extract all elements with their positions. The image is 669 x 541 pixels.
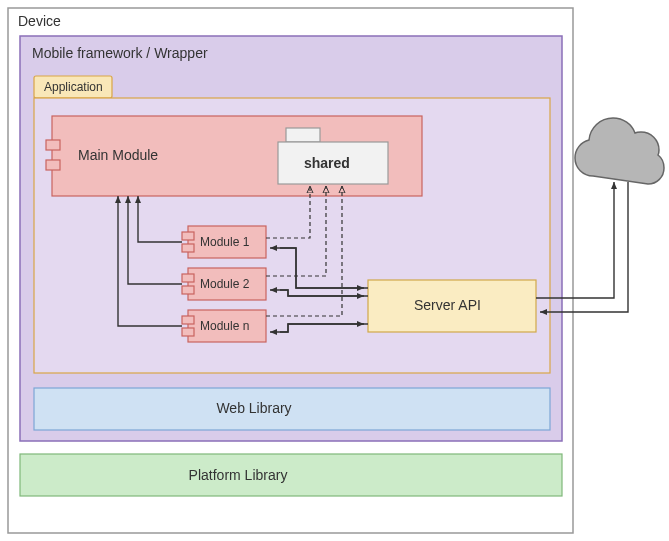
- architecture-diagram: Device Mobile framework / Wrapper Applic…: [0, 0, 669, 541]
- module-n-component: Module n: [182, 310, 266, 342]
- platform-library-box: [20, 454, 562, 496]
- svg-rect-7: [182, 244, 194, 252]
- svg-rect-2: [46, 160, 60, 170]
- svg-rect-3: [286, 128, 320, 142]
- svg-rect-13: [182, 328, 194, 336]
- module-2-component: Module 2: [182, 268, 266, 300]
- web-library-label: Web Library: [216, 400, 291, 416]
- module-1-label: Module 1: [200, 235, 250, 249]
- svg-rect-10: [182, 286, 194, 294]
- application-tab-label: Application: [44, 80, 103, 94]
- svg-rect-9: [182, 274, 194, 282]
- svg-rect-6: [182, 232, 194, 240]
- module-1-component: Module 1: [182, 226, 266, 258]
- cloud-icon: [575, 118, 664, 184]
- shared-label: shared: [304, 155, 350, 171]
- server-api-label: Server API: [414, 297, 481, 313]
- svg-rect-12: [182, 316, 194, 324]
- module-n-label: Module n: [200, 319, 249, 333]
- svg-rect-1: [46, 140, 60, 150]
- wrapper-label: Mobile framework / Wrapper: [32, 45, 208, 61]
- module-2-label: Module 2: [200, 277, 250, 291]
- main-module-label: Main Module: [78, 147, 158, 163]
- web-library-box: [34, 388, 550, 430]
- device-label: Device: [18, 13, 61, 29]
- platform-library-label: Platform Library: [189, 467, 288, 483]
